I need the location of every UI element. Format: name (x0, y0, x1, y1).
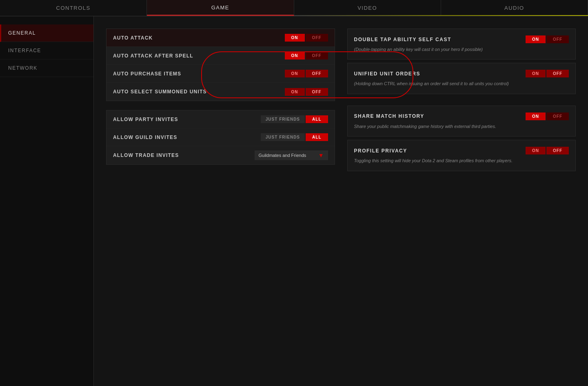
profile-privacy-off[interactable]: OFF (546, 147, 569, 154)
unified-orders-header: UNIFIED UNIT ORDERS ON OFF (354, 70, 569, 77)
auto-select-toggle: ON OFF (285, 88, 328, 96)
unified-orders-title: UNIFIED UNIT ORDERS (354, 71, 526, 77)
profile-privacy-on[interactable]: ON (526, 147, 546, 154)
share-history-desc: Share your public matchmaking game histo… (354, 124, 569, 130)
tab-video[interactable]: VIDEO (294, 0, 441, 16)
allow-guild-all[interactable]: ALL (306, 133, 328, 141)
double-tap-desc: (Double-tapping an ability key will cast… (354, 46, 569, 53)
double-tap-on[interactable]: ON (526, 35, 546, 43)
auto-settings-group: AUTO ATTACK ON OFF AUTO ATTACK AFTER SPE… (106, 29, 335, 101)
auto-select-off[interactable]: OFF (306, 88, 328, 96)
share-history-title: SHARE MATCH HISTORY (354, 113, 526, 119)
auto-attack-after-spell-toggle: ON OFF (285, 52, 328, 60)
profile-privacy-block: PROFILE PRIVACY ON OFF Toggling this set… (347, 140, 576, 171)
allow-trade-row: ALLOW TRADE INVITES Guildmates and Frien… (107, 146, 335, 164)
auto-attack-toggle: ON OFF (285, 34, 328, 42)
left-column: AUTO ATTACK ON OFF AUTO ATTACK AFTER SPE… (106, 29, 335, 174)
auto-attack-after-spell-on[interactable]: ON (285, 52, 305, 60)
tab-game[interactable]: GAME (147, 0, 294, 16)
auto-purchase-on[interactable]: ON (285, 70, 305, 77)
allow-party-toggle: JUST FRIENDS ALL (261, 115, 328, 123)
content-area: AUTO ATTACK ON OFF AUTO ATTACK AFTER SPE… (94, 16, 588, 386)
share-history-toggle: ON OFF (526, 112, 569, 120)
allow-guild-row: ALLOW GUILD INVITES JUST FRIENDS ALL (107, 128, 335, 146)
profile-privacy-toggle: ON OFF (526, 147, 569, 154)
allow-guild-toggle: JUST FRIENDS ALL (261, 133, 328, 141)
allow-party-label: ALLOW PARTY INVITES (113, 117, 261, 122)
unified-orders-desc: (Holding down CTRL when issuing an order… (354, 81, 569, 87)
allow-party-row: ALLOW PARTY INVITES JUST FRIENDS ALL (107, 110, 335, 128)
sidebar-item-interface[interactable]: INTERFACE (0, 42, 93, 60)
spacer-2 (347, 97, 576, 106)
share-history-off[interactable]: OFF (546, 112, 569, 120)
share-history-block: SHARE MATCH HISTORY ON OFF Share your pu… (347, 106, 576, 137)
profile-privacy-header: PROFILE PRIVACY ON OFF (354, 147, 569, 154)
double-tap-toggle: ON OFF (526, 35, 569, 43)
invite-settings-group: ALLOW PARTY INVITES JUST FRIENDS ALL ALL… (106, 110, 335, 165)
share-history-on[interactable]: ON (526, 112, 546, 120)
unified-orders-toggle: ON OFF (526, 70, 569, 77)
double-tap-header: DOUBLE TAP ABILITY SELF CAST ON OFF (354, 35, 569, 43)
content-wrapper: AUTO ATTACK ON OFF AUTO ATTACK AFTER SPE… (106, 29, 576, 174)
sidebar-item-general[interactable]: GENERAL (0, 24, 93, 42)
chevron-down-icon: ▼ (318, 152, 324, 159)
auto-select-on[interactable]: ON (285, 88, 305, 96)
tab-audio[interactable]: AUDIO (441, 0, 588, 16)
auto-attack-after-spell-off[interactable]: OFF (306, 52, 328, 60)
allow-guild-friends[interactable]: JUST FRIENDS (261, 133, 305, 141)
auto-purchase-toggle: ON OFF (285, 70, 328, 77)
auto-attack-row: AUTO ATTACK ON OFF (107, 29, 335, 47)
sidebar-item-network[interactable]: NETWORK (0, 60, 93, 77)
unified-orders-on[interactable]: ON (526, 70, 546, 77)
settings-columns: AUTO ATTACK ON OFF AUTO ATTACK AFTER SPE… (106, 29, 576, 174)
allow-party-friends[interactable]: JUST FRIENDS (261, 115, 305, 123)
main-layout: GENERAL INTERFACE NETWORK AUTO ATTACK (0, 16, 588, 386)
right-column: DOUBLE TAP ABILITY SELF CAST ON OFF (Dou… (347, 29, 576, 174)
auto-purchase-label: AUTO PURCHASE ITEMS (113, 71, 285, 77)
profile-privacy-desc: Toggling this setting will hide your Dot… (354, 158, 569, 164)
auto-select-label: AUTO SELECT SUMMONED UNITS (113, 89, 285, 95)
auto-attack-after-spell-row: AUTO ATTACK AFTER SPELL ON OFF (107, 47, 335, 65)
share-history-header: SHARE MATCH HISTORY ON OFF (354, 112, 569, 120)
auto-purchase-row: AUTO PURCHASE ITEMS ON OFF (107, 65, 335, 83)
allow-party-all[interactable]: ALL (306, 115, 328, 123)
spacer-1 (106, 102, 335, 110)
allow-guild-label: ALLOW GUILD INVITES (113, 135, 261, 140)
auto-purchase-off[interactable]: OFF (306, 70, 328, 77)
unified-orders-off[interactable]: OFF (546, 70, 569, 77)
nav-underline (294, 15, 588, 16)
profile-privacy-title: PROFILE PRIVACY (354, 148, 526, 154)
sidebar: GENERAL INTERFACE NETWORK (0, 16, 94, 386)
auto-attack-on[interactable]: ON (285, 34, 305, 42)
tab-controls[interactable]: CONTROLS (0, 0, 147, 16)
auto-select-row: AUTO SELECT SUMMONED UNITS ON OFF (107, 83, 335, 101)
auto-attack-after-spell-label: AUTO ATTACK AFTER SPELL (113, 53, 285, 59)
double-tap-title: DOUBLE TAP ABILITY SELF CAST (354, 37, 526, 42)
double-tap-off[interactable]: OFF (546, 35, 569, 43)
top-nav: CONTROLS GAME VIDEO AUDIO (0, 0, 588, 16)
allow-trade-label: ALLOW TRADE INVITES (113, 152, 255, 158)
unified-orders-block: UNIFIED UNIT ORDERS ON OFF (Holding down… (347, 63, 576, 94)
dropdown-value: Guildmates and Friends (259, 153, 306, 158)
auto-attack-off[interactable]: OFF (306, 34, 328, 42)
auto-attack-label: AUTO ATTACK (113, 35, 285, 41)
trade-invites-dropdown[interactable]: Guildmates and Friends ▼ (255, 150, 328, 160)
double-tap-block: DOUBLE TAP ABILITY SELF CAST ON OFF (Dou… (347, 29, 576, 60)
